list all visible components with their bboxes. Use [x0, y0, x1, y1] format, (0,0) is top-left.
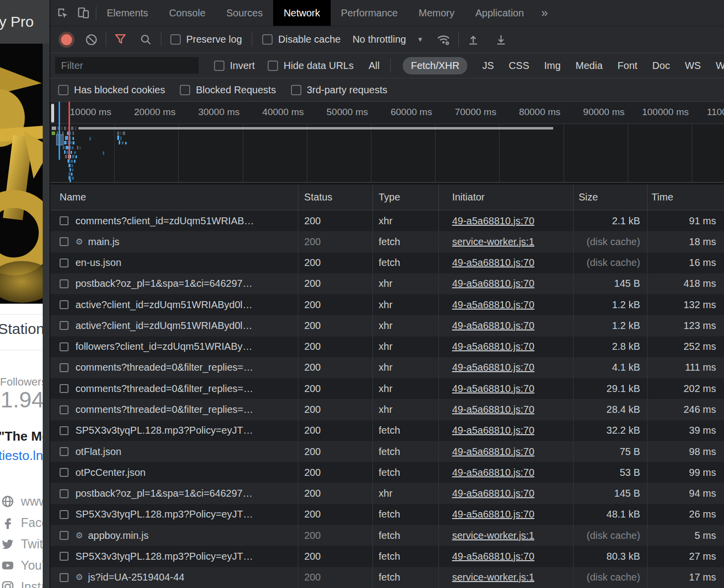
checkbox-icon[interactable]: [170, 34, 181, 45]
more-tabs-icon[interactable]: »: [534, 0, 555, 26]
table-row[interactable]: active?client_id=zdUqm51WRIAByd0l…200xhr…: [50, 294, 724, 315]
network-overview[interactable]: 10000 ms20000 ms30000 ms40000 ms50000 ms…: [50, 102, 724, 185]
checkbox-icon[interactable]: [214, 61, 224, 71]
filter-chip-fetch-xhr[interactable]: Fetch/XHR: [403, 57, 467, 74]
table-row[interactable]: otPcCenter.json200fetch49-a5a68810.js:70…: [50, 462, 724, 483]
search-icon[interactable]: [140, 33, 152, 46]
table-row[interactable]: active?client_id=zdUqm51WRIAByd0l…200xhr…: [50, 315, 724, 336]
filter-chip-js[interactable]: JS: [482, 60, 494, 71]
row-checkbox[interactable]: [60, 342, 69, 351]
initiator-link[interactable]: 49-a5a68810.js:70: [452, 320, 534, 331]
filter-funnel-icon[interactable]: [114, 33, 127, 46]
row-checkbox[interactable]: [60, 489, 69, 498]
record-icon[interactable]: [61, 34, 72, 45]
table-row[interactable]: otFlat.json200fetch49-a5a68810.js:7075 B…: [50, 441, 724, 462]
initiator-link[interactable]: 49-a5a68810.js:70: [452, 383, 534, 394]
row-checkbox[interactable]: [60, 510, 69, 519]
initiator-link[interactable]: 49-a5a68810.js:70: [452, 446, 534, 457]
clear-icon[interactable]: [85, 33, 98, 46]
column-header-type[interactable]: Type: [373, 185, 439, 210]
row-checkbox[interactable]: [60, 216, 69, 225]
row-checkbox[interactable]: [60, 573, 69, 582]
tab-performance[interactable]: Performance: [331, 0, 409, 26]
tab-application[interactable]: Application: [465, 0, 534, 26]
filter-chip-img[interactable]: Img: [544, 60, 561, 71]
row-checkbox[interactable]: [60, 552, 69, 561]
row-checkbox[interactable]: [60, 279, 69, 288]
invert-option[interactable]: Invert: [214, 60, 255, 71]
table-row[interactable]: ⚙main.js200fetchservice-worker.js:1(disk…: [50, 231, 724, 252]
table-row[interactable]: comments?client_id=zdUqm51WRIAB…200xhr49…: [50, 210, 724, 231]
initiator-link[interactable]: service-worker.js:1: [452, 530, 534, 541]
initiator-link[interactable]: 49-a5a68810.js:70: [452, 299, 534, 311]
table-row[interactable]: SP5X3v3tyqPL.128.mp3?Policy=eyJT…200fetc…: [50, 504, 724, 525]
column-header-size[interactable]: Size: [574, 185, 648, 210]
row-checkbox[interactable]: [60, 531, 69, 540]
profile-bio-link[interactable]: tiesto.lnk: [0, 448, 50, 463]
initiator-link[interactable]: 49-a5a68810.js:70: [452, 551, 534, 562]
initiator-link[interactable]: 49-a5a68810.js:70: [452, 509, 534, 520]
disable-cache-option[interactable]: Disable cache: [262, 34, 341, 45]
network-conditions-icon[interactable]: [436, 33, 450, 47]
checkbox-icon[interactable]: [262, 34, 273, 45]
initiator-link[interactable]: 49-a5a68810.js:70: [452, 341, 534, 352]
table-row[interactable]: comments?threaded=0&filter_replies=…200x…: [50, 357, 724, 378]
filter-chip-ws[interactable]: WS: [685, 60, 701, 71]
column-header-status[interactable]: Status: [298, 185, 373, 210]
inspect-icon[interactable]: [56, 6, 69, 19]
tab-memory[interactable]: Memory: [408, 0, 465, 26]
filter-chip-media[interactable]: Media: [576, 60, 602, 71]
initiator-link[interactable]: 49-a5a68810.js:70: [452, 362, 534, 373]
filter-input[interactable]: [55, 57, 199, 74]
throttling-select[interactable]: No throttling: [353, 34, 406, 45]
row-checkbox[interactable]: [60, 237, 69, 246]
export-har-icon[interactable]: [495, 33, 507, 46]
checkbox-icon[interactable]: [268, 61, 278, 71]
filter-chip-wasm[interactable]: Wasm: [716, 60, 724, 71]
table-row[interactable]: SP5X3v3tyqPL.128.mp3?Policy=eyJT…200fetc…: [50, 420, 724, 441]
tab-elements[interactable]: Elements: [96, 0, 158, 26]
tab-network[interactable]: Network: [273, 0, 330, 26]
checkbox-icon[interactable]: [291, 85, 301, 95]
column-header-time[interactable]: Time: [648, 185, 724, 210]
initiator-link[interactable]: 49-a5a68810.js:70: [452, 488, 534, 499]
table-row[interactable]: ⚙appboy.min.js200fetchservice-worker.js:…: [50, 525, 724, 546]
table-row[interactable]: comments?threaded=0&filter_replies=…200x…: [50, 399, 724, 420]
preserve-log-option[interactable]: Preserve log: [170, 34, 242, 45]
filter-chip-doc[interactable]: Doc: [652, 60, 670, 71]
tab-sources[interactable]: Sources: [216, 0, 273, 26]
initiator-link[interactable]: 49-a5a68810.js:70: [452, 215, 534, 227]
filter-option-has-blocked-cookies[interactable]: Has blocked cookies: [58, 84, 165, 96]
initiator-link[interactable]: service-worker.js:1: [452, 572, 534, 583]
initiator-link[interactable]: 49-a5a68810.js:70: [452, 404, 534, 415]
table-row[interactable]: SP5X3v3tyqPL.128.mp3?Policy=eyJT…200fetc…: [50, 546, 724, 567]
hide-data-urls-option[interactable]: Hide data URLs: [268, 60, 354, 71]
row-checkbox[interactable]: [60, 426, 69, 435]
timeline-waterfall[interactable]: [50, 124, 724, 182]
row-checkbox[interactable]: [60, 447, 69, 456]
tab-console[interactable]: Console: [158, 0, 216, 26]
checkbox-icon[interactable]: [180, 85, 190, 95]
row-checkbox[interactable]: [60, 468, 69, 477]
filter-chip-font[interactable]: Font: [618, 60, 638, 71]
row-checkbox[interactable]: [60, 405, 69, 414]
filter-option-blocked-requests[interactable]: Blocked Requests: [180, 84, 276, 96]
initiator-link[interactable]: 49-a5a68810.js:70: [452, 278, 534, 289]
initiator-link[interactable]: 49-a5a68810.js:70: [452, 467, 534, 478]
table-row[interactable]: postback?oz_pl=1&spa=1&ci=646297…200xhr4…: [50, 483, 724, 504]
row-checkbox[interactable]: [60, 363, 69, 372]
filter-chip-all[interactable]: All: [368, 60, 379, 71]
device-toolbar-icon[interactable]: [77, 6, 90, 19]
filter-option-3rd-party-requests[interactable]: 3rd-party requests: [291, 84, 387, 96]
checkbox-icon[interactable]: [58, 85, 69, 95]
initiator-link[interactable]: service-worker.js:1: [452, 236, 534, 248]
filter-chip-css[interactable]: CSS: [509, 60, 529, 71]
initiator-link[interactable]: 49-a5a68810.js:70: [452, 425, 534, 436]
table-row[interactable]: comments?threaded=0&filter_replies=…200x…: [50, 378, 724, 399]
import-har-icon[interactable]: [467, 33, 480, 46]
dropdown-caret-icon[interactable]: ▼: [417, 36, 424, 43]
initiator-link[interactable]: 49-a5a68810.js:70: [452, 257, 534, 268]
table-row[interactable]: ⚙js?id=UA-2519404-44200fetchservice-work…: [50, 567, 724, 588]
row-checkbox[interactable]: [60, 384, 69, 393]
row-checkbox[interactable]: [60, 259, 69, 267]
